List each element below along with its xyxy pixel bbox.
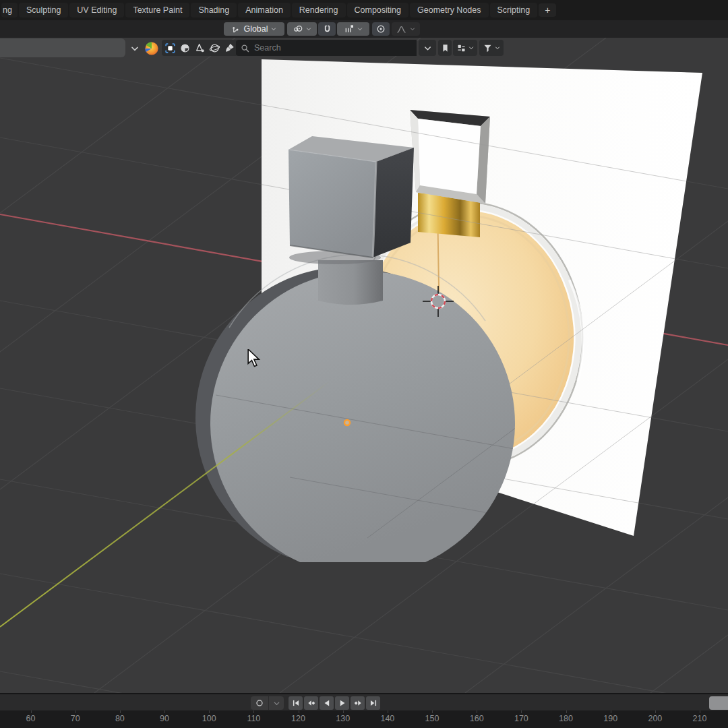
pivot-point-icon <box>293 24 303 34</box>
orientation-label: Global <box>243 24 268 34</box>
playback-controls <box>289 696 380 710</box>
falloff-dropdown[interactable] <box>392 22 420 36</box>
frame-label-80: 80 <box>115 714 125 723</box>
matcap-cone-button[interactable] <box>193 41 207 55</box>
workspace-tab-rendering[interactable]: Rendering <box>292 3 346 18</box>
frame-label-180: 180 <box>559 714 573 723</box>
snap-increment-icon <box>344 24 355 34</box>
model-bottle-neck[interactable] <box>318 260 383 305</box>
proportional-editing-button[interactable] <box>372 22 390 36</box>
frame-tick <box>432 710 433 713</box>
frame-label-160: 160 <box>470 714 484 723</box>
bookmark-button[interactable] <box>438 40 452 56</box>
falloff-curve-icon <box>396 24 407 35</box>
workspace-tab-sculpting[interactable]: Sculpting <box>19 3 68 18</box>
frame-tick <box>655 710 656 713</box>
auto-keying-dropdown[interactable] <box>269 696 284 710</box>
reference-cap <box>410 110 490 204</box>
frame-tick <box>164 710 165 713</box>
header-dropdown-button[interactable] <box>419 40 436 56</box>
tool-settings-bar: Global <box>0 20 728 38</box>
frame-tick <box>388 710 388 713</box>
header-icon-group <box>162 40 238 56</box>
model-bottle-cap[interactable] <box>289 136 414 257</box>
frame-label-210: 210 <box>693 714 707 723</box>
frame-label-200: 200 <box>648 714 662 723</box>
frame-tick <box>120 710 121 713</box>
search-input[interactable] <box>254 43 413 53</box>
frame-label-90: 90 <box>160 714 169 723</box>
origin-point <box>344 420 350 425</box>
workspace-tab-ng[interactable]: ng <box>1 3 18 18</box>
workspace-tab-shading[interactable]: Shading <box>191 3 237 18</box>
world-sphere-button[interactable] <box>208 41 222 55</box>
frame-label-150: 150 <box>425 714 439 723</box>
blender-window: ngSculptingUV EditingTexture PaintShadin… <box>0 0 728 728</box>
workspace-tab-texture-paint[interactable]: Texture Paint <box>125 3 189 18</box>
jump-to-start-button[interactable] <box>289 696 303 710</box>
jump-to-end-button[interactable] <box>366 696 380 710</box>
timeline-bar <box>0 693 728 710</box>
shading-sphere-button[interactable] <box>178 41 192 55</box>
auto-keying-button[interactable] <box>251 696 268 710</box>
pivot-point-dropdown[interactable] <box>287 22 317 36</box>
display-mode-button[interactable] <box>453 40 477 56</box>
frame-label-170: 170 <box>514 714 528 723</box>
frame-tick <box>299 710 299 713</box>
snap-magnet-icon <box>322 24 332 34</box>
proportional-editing-icon <box>375 24 386 34</box>
frame-label-120: 120 <box>291 714 305 723</box>
frame-tick <box>521 710 522 713</box>
snap-toggle-button[interactable] <box>318 22 336 36</box>
snap-with-dropdown[interactable] <box>337 22 369 36</box>
active-tool-button[interactable] <box>163 41 177 55</box>
brush-button[interactable] <box>222 41 237 55</box>
frame-tick <box>477 710 477 713</box>
workspace-tab-animation[interactable]: Animation <box>238 3 291 18</box>
transform-orientation-axes-icon <box>231 24 241 34</box>
frame-label-140: 140 <box>380 714 394 723</box>
filter-button[interactable] <box>479 40 504 56</box>
material-preview-sphere-icon[interactable] <box>144 40 159 56</box>
frame-tick <box>31 710 32 713</box>
frame-label-190: 190 <box>603 714 617 723</box>
play-button[interactable] <box>335 696 349 710</box>
add-workspace-button[interactable]: + <box>539 3 556 17</box>
frame-label-110: 110 <box>247 714 260 723</box>
frame-tick <box>253 710 254 713</box>
frame-label-130: 130 <box>336 714 350 723</box>
frame-tick <box>343 710 344 713</box>
frame-label-100: 100 <box>202 714 216 723</box>
header-collapse-chevron[interactable] <box>128 42 142 55</box>
frame-tick <box>209 710 210 713</box>
workspace-tab-geometry-nodes[interactable]: Geometry Nodes <box>410 3 488 18</box>
frame-field-partial[interactable] <box>709 696 728 710</box>
next-keyframe-button[interactable] <box>351 696 365 710</box>
play-reverse-button[interactable] <box>320 696 334 710</box>
3d-viewport[interactable] <box>0 38 728 693</box>
frame-label-60: 60 <box>26 714 36 723</box>
timeline-ruler[interactable]: 6070809010011012013014015016017018019020… <box>0 710 728 728</box>
search-field[interactable] <box>236 40 417 56</box>
search-icon <box>240 43 250 53</box>
workspace-tab-scripting[interactable]: Scripting <box>490 3 538 18</box>
workspace-tab-uv-editing[interactable]: UV Editing <box>69 3 124 18</box>
viewport-wide-button[interactable] <box>0 38 125 57</box>
frame-tick <box>75 710 76 713</box>
frame-tick <box>611 710 611 713</box>
workspace-tab-compositing[interactable]: Compositing <box>347 3 408 18</box>
frame-tick <box>566 710 567 713</box>
workspace-tab-bar: ngSculptingUV EditingTexture PaintShadin… <box>0 0 728 20</box>
previous-keyframe-button[interactable] <box>304 696 318 710</box>
frame-label-70: 70 <box>71 714 80 723</box>
frame-tick <box>700 710 700 713</box>
transform-orientation-dropdown[interactable]: Global <box>224 22 284 36</box>
scene-canvas <box>0 38 728 693</box>
